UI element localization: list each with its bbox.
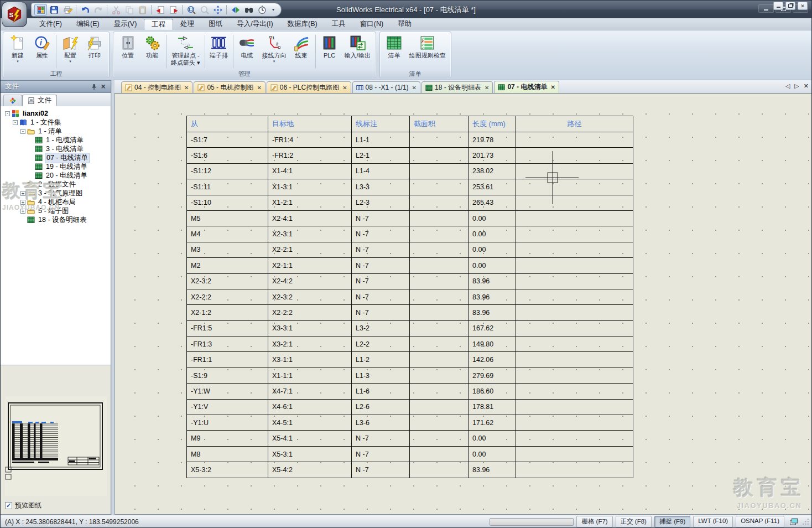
- tree-item-18 - 设备明细表[interactable]: 18 - 设备明细表: [3, 215, 111, 224]
- ribbon-button-function[interactable]: 功能: [140, 33, 164, 70]
- menu-item-工程[interactable]: 工程: [144, 19, 173, 30]
- resize-grip[interactable]: [802, 518, 809, 525]
- menu-item-数据库B[interactable]: 数据库(B): [280, 18, 325, 30]
- ribbon-button-io[interactable]: 输入/输出: [342, 33, 373, 70]
- status-toggle-正交 (F8)[interactable]: 正交 (F8): [616, 516, 652, 527]
- ribbon-button-plc[interactable]: PLC: [317, 33, 342, 70]
- tree-item-3 - 电气原理图[interactable]: +3 - 电气原理图: [3, 189, 111, 198]
- navigate-sheets-button[interactable]: [229, 4, 242, 15]
- table-row: -S1:12X1-4:1L1-4238.02: [187, 163, 633, 179]
- save-button[interactable]: [48, 4, 60, 15]
- doc-tab-07 - 电线清单[interactable]: 07 - 电线清单✕: [494, 81, 559, 93]
- menu-item-帮助[interactable]: 帮助: [391, 18, 419, 30]
- menu-item-图纸[interactable]: 图纸: [201, 18, 230, 30]
- menu-item-编辑E[interactable]: 编辑(E): [69, 18, 107, 30]
- wire-list-table[interactable]: 从目标地线标注截面积长度 (mm)路径-S1:7-FR1:4L1-1219.78…: [186, 116, 633, 478]
- menu-item-显示V[interactable]: 显示(V): [107, 18, 144, 30]
- doc-tab-06 - PLC控制电路图[interactable]: 06 - PLC控制电路图✕: [267, 81, 351, 93]
- solidworks-logo-button[interactable]: S: [2, 2, 27, 27]
- zoom-window-button[interactable]: [198, 4, 211, 15]
- menu-item-导入导出I[interactable]: 导入/导出(I): [230, 18, 280, 30]
- doc-restore-button[interactable]: [785, 2, 795, 10]
- tree-item-lianxi02[interactable]: -lianxi02: [3, 109, 111, 118]
- find-button[interactable]: [242, 4, 255, 15]
- doc-close-button[interactable]: ✕: [798, 2, 808, 10]
- tree-item-1 - 电缆清单[interactable]: 1 - 电缆清单: [3, 136, 111, 144]
- doc-tab-05 - 电机控制图[interactable]: 05 - 电机控制图✕: [194, 81, 265, 93]
- expand-icon[interactable]: +: [20, 209, 25, 214]
- table-cell: 149.80: [469, 337, 516, 352]
- ribbon-button-cable[interactable]: 电缆: [235, 33, 259, 70]
- app-home-button[interactable]: [34, 4, 47, 15]
- doc-minimize-button[interactable]: [773, 2, 783, 10]
- collapse-icon[interactable]: -: [5, 111, 10, 116]
- collapse-icon[interactable]: -: [13, 120, 18, 125]
- expand-icon[interactable]: +: [20, 200, 25, 205]
- sheet-preview-thumbnail[interactable]: [5, 396, 107, 496]
- ribbon-button-print-lg[interactable]: 打印: [82, 33, 107, 70]
- preview-sheet-checkbox[interactable]: ✓ 预览图纸: [5, 501, 41, 510]
- tree-item-2 - 数据文件[interactable]: 2 - 数据文件: [3, 180, 111, 189]
- menu-item-文件F[interactable]: 文件(F): [32, 18, 69, 30]
- print-preview-button[interactable]: [61, 4, 74, 15]
- doc-tab-close-icon[interactable]: ✕: [550, 84, 555, 90]
- doc-tab-08 - -X1 - (1/1)[interactable]: 08 - -X1 - (1/1)✕: [352, 81, 420, 93]
- status-toggle-OSNAP (F11)[interactable]: OSNAP (F11): [736, 516, 784, 527]
- ribbon-button-properties[interactable]: i属性: [30, 33, 54, 70]
- doc-tab-close-icon[interactable]: ✕: [257, 85, 261, 91]
- sidebar-tab-files[interactable]: 文件: [22, 95, 57, 106]
- status-toggle-捕捉 (F9)[interactable]: 捕捉 (F9): [654, 516, 690, 527]
- menu-item-窗口N[interactable]: 窗口(N): [353, 18, 391, 30]
- tab-scroll-right-button[interactable]: ▷: [794, 82, 799, 89]
- zoom-fit-button[interactable]: [185, 4, 197, 15]
- tab-scroll-left-button[interactable]: ◁: [785, 82, 790, 89]
- collapse-icon[interactable]: -: [20, 129, 25, 134]
- ribbon-button-terminal-strip[interactable]: 端子排: [207, 33, 231, 70]
- drawing-canvas[interactable]: 从目标地线标注截面积长度 (mm)路径-S1:7-FR1:4L1-1219.78…: [114, 93, 812, 515]
- ribbon-button-new-doc[interactable]: 新建▾: [6, 33, 30, 70]
- minimize-button[interactable]: [758, 4, 774, 13]
- tree-item-4 - 机柜布局[interactable]: +4 - 机柜布局: [3, 198, 111, 206]
- tree-item-1 - 文件集[interactable]: -1 - 文件集: [3, 118, 111, 127]
- cut-button[interactable]: [110, 4, 122, 15]
- copy-button[interactable]: [123, 4, 136, 15]
- expand-icon[interactable]: +: [20, 191, 25, 196]
- next-sheet-button[interactable]: [167, 4, 180, 15]
- tree-item-1 - 清单[interactable]: -1 - 清单: [3, 127, 111, 136]
- doc-tab-close-icon[interactable]: ✕: [412, 85, 417, 91]
- recent-button[interactable]: [256, 4, 268, 15]
- windows-icon[interactable]: [789, 517, 799, 526]
- menu-item-工具[interactable]: 工具: [325, 18, 353, 30]
- ribbon-button-rule-check[interactable]: ✓✗✓✓绘图规则检查: [407, 33, 449, 70]
- tree-item-5 - 端子图[interactable]: +5 - 端子图: [3, 206, 111, 215]
- ribbon-button-label: 功能: [146, 52, 158, 59]
- qat-overflow-button[interactable]: ▾: [272, 7, 274, 12]
- status-toggle-栅格 (F7)[interactable]: 栅格 (F7): [576, 516, 612, 527]
- ribbon-button-config[interactable]: 配置▾: [58, 33, 82, 70]
- status-toggle-LWT (F10)[interactable]: LWT (F10): [693, 516, 733, 527]
- ribbon-button-wire-direction[interactable]: 12接线方向▾: [259, 33, 289, 70]
- ribbon-button-harness[interactable]: 线束: [289, 33, 314, 70]
- doc-tab-close-icon[interactable]: ✕: [485, 85, 489, 91]
- sidebar-tab-project[interactable]: [3, 95, 22, 106]
- ribbon-button-location[interactable]: 位置: [116, 33, 140, 70]
- redo-button[interactable]: [92, 4, 105, 15]
- doc-tab-18 - 设备明细表[interactable]: 18 - 设备明细表✕: [421, 81, 493, 93]
- panel-pin-button[interactable]: [89, 82, 98, 91]
- ribbon-button-origin-arrows[interactable]: 管理起点 -终点箭头 ▾: [168, 33, 203, 70]
- tree-item-20 - 电线清单[interactable]: 20 - 电线清单: [3, 171, 111, 180]
- doc-tab-close-icon[interactable]: ✕: [342, 85, 347, 91]
- table-cell: [516, 384, 633, 399]
- doc-tab-close-icon[interactable]: ✕: [184, 85, 189, 91]
- paste-button[interactable]: [136, 4, 149, 15]
- tree-item-19 - 电线清单[interactable]: 19 - 电线清单: [3, 162, 111, 171]
- doc-tab-04 - 控制电路图[interactable]: 04 - 控制电路图✕: [121, 81, 192, 93]
- pan-button[interactable]: [211, 4, 224, 15]
- ribbon-button-report-table[interactable]: 清单: [382, 33, 407, 70]
- undo-button[interactable]: [79, 4, 91, 15]
- tab-close-button[interactable]: ✕: [804, 82, 809, 89]
- tree-item-07 - 电线清单[interactable]: 07 - 电线清单: [3, 153, 111, 162]
- previous-sheet-button[interactable]: [154, 4, 166, 15]
- panel-close-button[interactable]: ✕: [98, 82, 108, 91]
- menu-item-处理[interactable]: 处理: [173, 18, 201, 30]
